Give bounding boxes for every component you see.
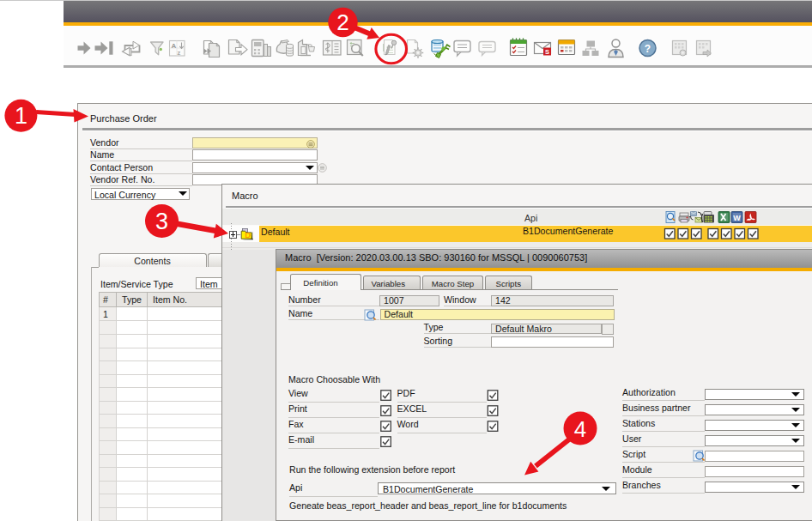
svg-text:A: A: [172, 42, 177, 50]
svg-text:z: z: [178, 49, 181, 57]
svg-text:W: W: [733, 214, 741, 222]
svg-text:S: S: [545, 48, 549, 56]
svg-text:D: D: [245, 229, 251, 239]
svg-text:1: 1: [15, 103, 27, 129]
svg-text:?: ?: [645, 43, 651, 55]
